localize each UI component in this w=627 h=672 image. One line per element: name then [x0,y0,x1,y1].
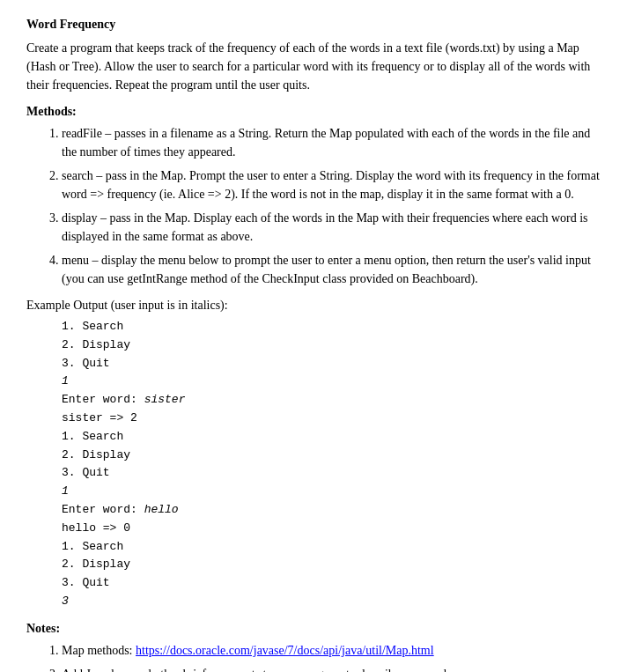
example-header-bold: Example Output [26,299,107,312]
method-item-1: readFile – passes in a filename as a Str… [62,124,601,161]
note-item-1: Map methods: https://docs.oracle.com/jav… [62,641,601,660]
method-item-4: menu – display the menu below to prompt … [62,251,601,288]
example-line-16: 3 [62,593,601,611]
example-line-4: 1 [62,373,601,391]
page-title: Word Frequency [26,18,601,32]
example-line-11: Enter word: hello [62,501,601,520]
example-line-1: 1. Search [62,318,601,336]
method-item-2: search – pass in the Map. Prompt the use… [62,166,601,203]
example-line-2: 2. Display [62,336,601,355]
notes-section: Map methods: https://docs.oracle.com/jav… [26,641,601,672]
example-line-15: 3. Quit [62,574,601,593]
note-item-2: Add Javadocs and other brief comments to… [62,665,601,672]
example-line-9: 3. Quit [62,464,601,483]
example-line-10: 1 [62,483,601,501]
example-line-3: 3. Quit [62,355,601,373]
example-line-14: 2. Display [62,556,601,574]
example-line-12: hello => 0 [62,520,601,538]
methods-list: readFile – passes in a filename as a Str… [62,124,601,288]
method-item-3: display – pass in the Map. Display each … [62,209,601,246]
example-line-7: 1. Search [62,428,601,447]
example-line-6: sister => 2 [62,410,601,428]
example-line-5: Enter word: sister [62,391,601,410]
example-header: Example Output (user input is in italics… [26,299,601,313]
intro-paragraph: Create a program that keeps track of the… [26,39,601,94]
map-link[interactable]: https://docs.oracle.com/javase/7/docs/ap… [136,644,434,657]
example-line-8: 2. Display [62,447,601,465]
notes-header: Notes: [26,622,601,636]
methods-header: Methods: [26,105,601,119]
example-output: 1. Search 2. Display 3. Quit 1 Enter wor… [62,318,601,611]
example-line-13: 1. Search [62,538,601,557]
example-header-note: (user input is in italics): [107,299,227,312]
